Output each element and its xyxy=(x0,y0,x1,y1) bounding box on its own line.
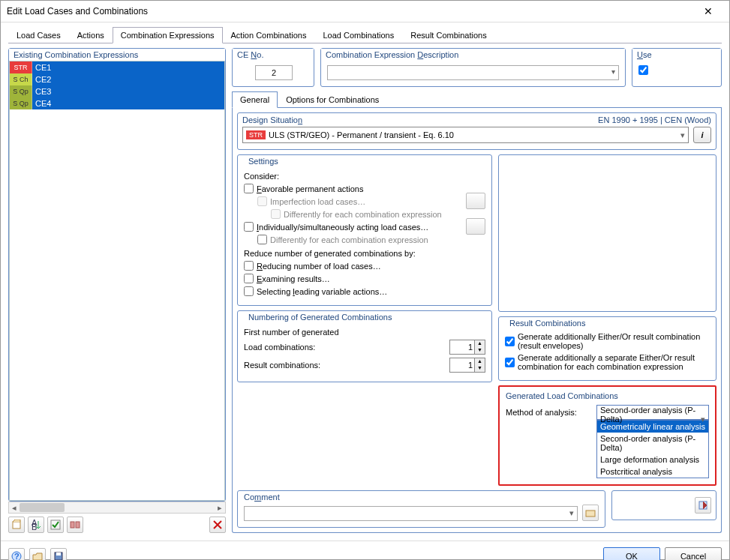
ce-no-input[interactable] xyxy=(255,65,293,80)
numbering-label: Numbering of Generated Combinations xyxy=(244,311,485,323)
ce-row[interactable]: S ChCE2 xyxy=(10,73,224,85)
horizontal-scrollbar[interactable]: ◂ ▸ xyxy=(8,502,226,514)
existing-ce-label: Existing Combination Expressions xyxy=(9,49,225,61)
method-option[interactable]: Large deformation analysis xyxy=(597,454,708,466)
titlebar: Edit Load Cases and Combinations ✕ xyxy=(1,1,729,22)
chk-gen-either-or[interactable] xyxy=(505,337,515,346)
method-option[interactable]: Second-order analysis (P-Delta) xyxy=(597,433,708,454)
help-button[interactable]: ? xyxy=(8,548,25,560)
design-standard-text: EN 1990 + 1995 | CEN (Wood) xyxy=(598,115,711,124)
chk-gen-separate[interactable] xyxy=(505,358,515,367)
close-button[interactable]: ✕ xyxy=(693,1,723,22)
scroll-left-icon[interactable]: ◂ xyxy=(9,502,20,513)
str-badge: STR xyxy=(246,130,266,139)
imperfection-settings-button[interactable] xyxy=(466,193,485,209)
chk-selecting[interactable] xyxy=(244,286,254,296)
method-dropdown[interactable]: Geometrically linear analysis Second-ord… xyxy=(596,420,709,478)
ce-tag: STR xyxy=(10,61,32,73)
tab-combination-expressions[interactable]: Combination Expressions xyxy=(113,27,223,43)
subtab-general[interactable]: General xyxy=(232,91,278,108)
cancel-button[interactable]: Cancel xyxy=(665,547,722,560)
chk-diff-each-1 xyxy=(271,209,281,219)
method-option[interactable]: Postcritical analysis xyxy=(597,466,708,478)
ce-tag: S Qp xyxy=(10,85,32,97)
ce-row[interactable]: S QpCE4 xyxy=(10,97,224,109)
empty-panel xyxy=(498,154,716,312)
method-label: Method of analysis: xyxy=(506,408,592,417)
new-ce-button[interactable] xyxy=(8,517,25,533)
save-button[interactable] xyxy=(50,548,67,560)
select-all-button[interactable] xyxy=(47,517,64,533)
ce-tag: S Ch xyxy=(10,73,32,85)
chk-diff-each-2[interactable] xyxy=(257,235,267,244)
apply-settings-button[interactable] xyxy=(695,497,711,514)
svg-rect-11 xyxy=(56,553,61,556)
existing-ce-list[interactable]: STRCE1 S ChCE2 S QpCE3 S QpCE4 xyxy=(9,61,225,501)
load-comb-spinner[interactable]: ▲▼ xyxy=(449,340,485,355)
spin-up-icon[interactable]: ▲ xyxy=(474,358,485,365)
ce-desc-label: Combination Expression Description xyxy=(321,49,625,61)
method-select[interactable]: Second-order analysis (P-Delta) xyxy=(596,405,709,420)
sort-button[interactable]: AB xyxy=(28,517,44,533)
result-comb-spinner[interactable]: ▲▼ xyxy=(449,358,485,373)
result-comb-label: Result combinations: xyxy=(244,361,449,370)
open-folder-button[interactable] xyxy=(29,548,46,560)
tab-result-combinations[interactable]: Result Combinations xyxy=(402,27,495,43)
scroll-thumb[interactable] xyxy=(20,503,65,512)
main-tabstrip: Load Cases Actions Combination Expressio… xyxy=(8,27,722,43)
tab-actions[interactable]: Actions xyxy=(69,27,113,43)
svg-text:?: ? xyxy=(14,552,20,560)
design-info-button[interactable]: i xyxy=(693,127,711,143)
ok-button[interactable]: OK xyxy=(603,547,660,560)
tab-load-combinations[interactable]: Load Combinations xyxy=(314,27,402,43)
subtab-options[interactable]: Options for Combinations xyxy=(278,91,387,108)
load-comb-label: Load combinations: xyxy=(244,343,449,352)
settings-label: Settings xyxy=(244,155,485,167)
chk-reducing[interactable] xyxy=(244,261,254,271)
window-title: Edit Load Cases and Combinations xyxy=(7,6,693,16)
consider-text: Consider: xyxy=(244,172,485,181)
chk-favorable[interactable] xyxy=(244,184,254,193)
ce-no-label: CE No. xyxy=(233,49,314,61)
svg-rect-4 xyxy=(71,522,74,528)
delete-button[interactable] xyxy=(209,517,226,533)
tab-action-combinations[interactable]: Action Combinations xyxy=(223,27,315,43)
spin-down-icon[interactable]: ▼ xyxy=(474,347,485,354)
design-situation-label: Design Situation xyxy=(242,115,302,124)
comment-combo[interactable] xyxy=(244,506,578,521)
scroll-right-icon[interactable]: ▸ xyxy=(215,502,225,513)
first-number-text: First number of generated xyxy=(244,328,485,337)
comment-label: Comment xyxy=(244,491,578,503)
svg-rect-0 xyxy=(13,522,20,529)
deselect-all-button[interactable] xyxy=(67,517,83,533)
ce-row[interactable]: S QpCE3 xyxy=(10,85,224,97)
tab-load-cases[interactable]: Load Cases xyxy=(8,27,69,43)
ce-tag: S Qp xyxy=(10,97,32,109)
ce-row[interactable]: STRCE1 xyxy=(10,61,224,73)
individually-settings-button[interactable] xyxy=(466,218,485,235)
spin-down-icon[interactable]: ▼ xyxy=(474,365,485,372)
chk-imperfection xyxy=(257,196,267,206)
dialog: Edit Load Cases and Combinations ✕ Load … xyxy=(0,0,730,560)
comment-pick-button[interactable] xyxy=(582,505,599,521)
chk-examining[interactable] xyxy=(244,274,254,283)
result-combinations-label: Result Combinations xyxy=(505,317,710,329)
generated-load-combinations-panel: Generated Load Combinations Method of an… xyxy=(498,385,716,486)
glc-label: Generated Load Combinations xyxy=(506,390,709,402)
chk-individually[interactable] xyxy=(244,222,254,232)
spin-up-icon[interactable]: ▲ xyxy=(474,340,485,347)
sub-tabstrip: General Options for Combinations xyxy=(232,91,722,108)
reduce-header: Reduce number of generated combinations … xyxy=(244,249,485,258)
svg-rect-5 xyxy=(76,522,80,528)
design-situation-select[interactable]: STR ULS (STR/GEO) - Permanent / transien… xyxy=(242,127,689,143)
svg-rect-6 xyxy=(586,511,595,517)
ce-desc-combo[interactable] xyxy=(327,65,619,80)
use-checkbox[interactable] xyxy=(638,65,648,75)
use-label: Use xyxy=(632,49,721,61)
